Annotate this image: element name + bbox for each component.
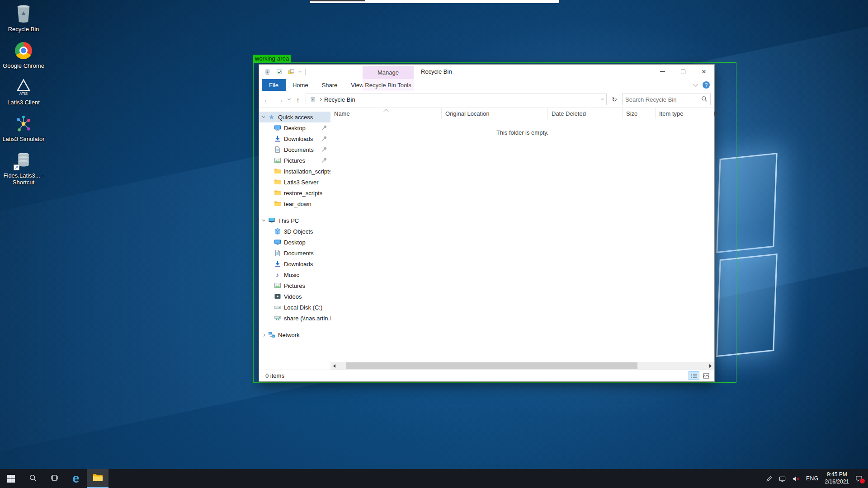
sidebar-section-this-pc[interactable]: This PC (259, 215, 330, 226)
empty-folder-message: This folder is empty. (330, 129, 714, 136)
tab-share[interactable]: Share (315, 79, 344, 91)
desktop-icon-latis3-simulator[interactable]: Latis3 Simulator (2, 113, 45, 143)
search-input[interactable] (625, 96, 699, 103)
column-header-date-deleted[interactable]: Date Deleted (548, 108, 623, 119)
desktop-icon-fides-shortcut[interactable]: ↗ Fides.Latis3... - Shortcut (2, 150, 45, 186)
sidebar-item-tear-down[interactable]: tear_down (259, 198, 330, 209)
address-dropdown-chevron-icon[interactable] (601, 97, 604, 100)
sidebar-item-pictures-pinned[interactable]: Pictures (259, 155, 330, 166)
titlebar[interactable]: Manage Recycle Bin × (259, 65, 714, 79)
address-bar[interactable]: Recycle Bin (306, 94, 607, 105)
hard-drive-icon (274, 304, 281, 311)
tab-home[interactable]: Home (286, 79, 315, 91)
sidebar-item-network-share[interactable]: share (\\nas.artin.la (259, 313, 330, 324)
navigation-pane: ★ Quick access Desktop Downloads Documen… (259, 108, 330, 370)
edge-button[interactable]: e (65, 469, 87, 488)
qat-properties-icon[interactable] (275, 68, 283, 76)
large-icons-view-button[interactable] (701, 371, 712, 380)
display-icon[interactable] (779, 475, 786, 482)
window-title: Recycle Bin (421, 65, 452, 79)
taskbar-search-button[interactable] (22, 469, 43, 488)
pen-icon[interactable] (766, 475, 773, 482)
desktop-icon-list: Recycle Bin Google Chrome ATIS Latis3 Cl… (2, 4, 45, 186)
scrollbar-thumb[interactable] (346, 362, 637, 369)
sidebar-item-restore-scripts[interactable]: restore_scripts (259, 188, 330, 198)
expand-chevron-icon[interactable] (262, 115, 265, 118)
maximize-icon (681, 70, 685, 74)
documents-icon (274, 249, 281, 257)
sidebar-section-quick-access[interactable]: ★ Quick access (259, 112, 330, 122)
breadcrumb[interactable]: Recycle Bin (324, 96, 355, 103)
start-button[interactable] (0, 469, 22, 488)
sidebar-item-documents[interactable]: Documents (259, 248, 330, 258)
column-header-row: Name Original Location Date Deleted Size… (330, 108, 714, 119)
search-icon (29, 474, 37, 483)
breadcrumb-chevron-icon[interactable] (319, 98, 322, 101)
qat-new-folder-icon[interactable] (287, 68, 295, 76)
collapsed-chevron-icon[interactable] (262, 333, 265, 336)
sidebar-item-local-disk-c[interactable]: Local Disk (C:) (259, 302, 330, 313)
shortcut-arrow-icon: ↗ (14, 164, 19, 170)
desktop-icon-recycle-bin[interactable]: Recycle Bin (2, 4, 45, 33)
back-button[interactable]: ← (261, 94, 273, 105)
pin-icon (321, 136, 327, 141)
sidebar-item-desktop[interactable]: Desktop (259, 237, 330, 248)
folder-icon (274, 189, 281, 197)
scrollbar-track[interactable] (338, 362, 707, 370)
action-center-icon[interactable] (855, 475, 863, 482)
horizontal-scrollbar[interactable] (330, 362, 714, 370)
help-icon[interactable]: ? (703, 81, 710, 89)
language-indicator[interactable]: ENG (806, 475, 819, 482)
details-view-button[interactable] (689, 371, 699, 380)
file-list-area: Name Original Location Date Deleted Size… (330, 108, 714, 370)
this-pc-icon (268, 217, 275, 225)
sidebar-item-pictures[interactable]: Pictures (259, 280, 330, 291)
column-header-item-type[interactable]: Item type (656, 108, 710, 119)
sidebar-item-downloads-pinned[interactable]: Downloads (259, 133, 330, 144)
recent-locations-chevron-icon[interactable] (288, 97, 291, 100)
forward-button[interactable]: → (274, 94, 286, 105)
tab-recycle-bin-tools[interactable]: Recycle Bin Tools (363, 79, 414, 91)
sidebar-item-videos[interactable]: Videos (259, 291, 330, 302)
expand-ribbon-chevron-icon[interactable] (693, 82, 698, 87)
contextual-tab-group: Manage (363, 66, 414, 79)
sidebar-item-desktop-pinned[interactable]: Desktop (259, 122, 330, 133)
windows-logo-icon (7, 475, 15, 483)
close-icon: × (702, 68, 706, 75)
column-header-name[interactable]: Name (330, 108, 442, 119)
network-drive-icon (274, 314, 281, 322)
status-bar: 0 items (259, 370, 714, 381)
sidebar-item-3d-objects[interactable]: 3D Objects (259, 226, 330, 237)
sidebar-item-downloads[interactable]: Downloads (259, 258, 330, 269)
scroll-right-icon[interactable] (707, 362, 714, 370)
sidebar-section-network[interactable]: Network (259, 329, 330, 340)
expand-chevron-icon[interactable] (262, 218, 265, 221)
tab-file[interactable]: File (262, 79, 286, 91)
column-header-original-location[interactable]: Original Location (442, 108, 548, 119)
sidebar-item-music[interactable]: ♪ Music (259, 269, 330, 280)
refresh-icon[interactable]: ↻ (609, 94, 620, 105)
desktop-icon-google-chrome[interactable]: Google Chrome (2, 40, 45, 70)
close-button[interactable]: × (693, 65, 714, 79)
sidebar-item-latis3-server[interactable]: Latis3 Server (259, 177, 330, 188)
pictures-icon (274, 157, 281, 164)
up-button[interactable]: ↑ (292, 94, 304, 105)
scroll-left-icon[interactable] (330, 362, 338, 370)
search-box (622, 94, 711, 105)
minimize-icon (660, 71, 665, 72)
recycle-bin-app-icon (264, 68, 271, 76)
sidebar-item-installation-scripts[interactable]: installation_scripts (259, 166, 330, 177)
search-icon[interactable] (701, 96, 708, 103)
desktop-icon-latis3-client[interactable]: ATIS Latis3 Client (2, 77, 45, 106)
file-explorer-button[interactable] (87, 469, 108, 488)
taskbar-clock[interactable]: 9:45 PM 2/16/2021 (825, 471, 849, 485)
sidebar-item-documents-pinned[interactable]: Documents (259, 144, 330, 155)
maximize-button[interactable] (673, 65, 693, 79)
column-header-size[interactable]: Size (623, 108, 656, 119)
qat-customize-chevron-icon[interactable] (298, 70, 302, 73)
column-header-cut-off[interactable]: D (710, 108, 717, 119)
partial-window-strip[interactable] (310, 0, 559, 3)
task-view-button[interactable] (43, 469, 65, 488)
minimize-button[interactable] (652, 65, 673, 79)
volume-muted-icon[interactable] (792, 475, 800, 482)
